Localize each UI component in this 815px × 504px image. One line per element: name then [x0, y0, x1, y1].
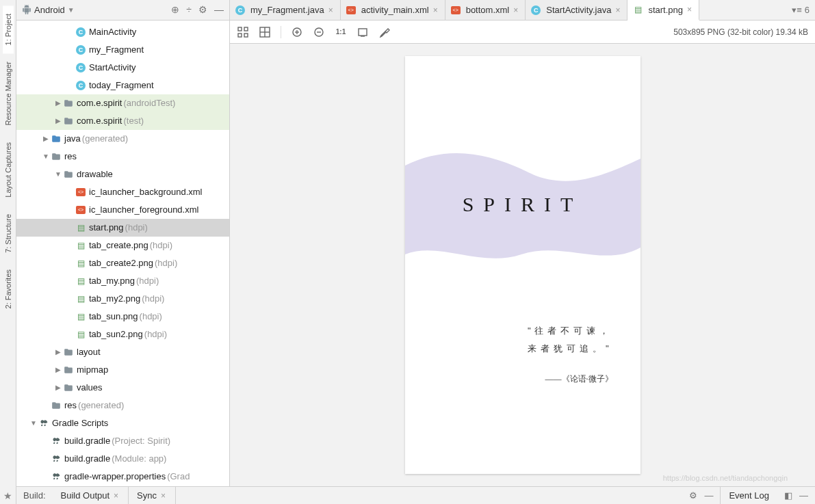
tree-item-label: values — [77, 382, 103, 393]
close-icon[interactable]: × — [112, 491, 120, 501]
status-indicator-icon[interactable]: ◧ — [784, 490, 792, 501]
close-icon[interactable]: × — [512, 5, 519, 15]
tree-row[interactable]: Cmy_Fragment — [16, 41, 229, 59]
rail-project[interactable]: 1: Project — [3, 5, 14, 53]
tree-item-hint: (hdpi) — [136, 276, 159, 286]
close-icon[interactable]: × — [327, 5, 335, 15]
watermark: https://blog.csdn.net/tiandapchongqin — [663, 474, 788, 482]
tree-item-hint: (hdpi) — [150, 240, 172, 250]
project-view-selector[interactable]: Android ▼ — [22, 5, 75, 15]
tree-row[interactable]: ▼Gradle Scripts — [16, 414, 229, 432]
tree-row[interactable]: <>ic_launcher_background.xml — [16, 183, 229, 201]
select-opened-file-icon[interactable]: ⊕ — [171, 4, 179, 15]
settings-gear-icon[interactable]: ⚙ — [198, 4, 207, 15]
tree-row[interactable]: res (generated) — [16, 397, 229, 414]
status-tab-sync[interactable]: Sync× — [129, 487, 176, 504]
rail-layout-captures[interactable]: Layout Captures — [3, 134, 14, 206]
tree-row[interactable]: ▼drawable — [16, 165, 229, 183]
bookmark-icon[interactable]: ★ — [3, 488, 12, 504]
svg-rect-1 — [244, 27, 248, 31]
tree-row[interactable]: gradle-wrapper.properties (Grad — [16, 468, 229, 486]
hide-panel-icon[interactable]: — — [214, 4, 224, 15]
editor-tab[interactable]: <>activity_main.xml× — [341, 0, 445, 20]
tree-row[interactable]: ▶java (generated) — [16, 130, 229, 148]
status-bar: Build: Build Output× Sync× ⚙ — Event Log… — [16, 486, 815, 504]
status-event-log[interactable]: Event Log — [721, 487, 777, 504]
tree-item-hint: (hdpi) — [142, 293, 164, 304]
editor-tab[interactable]: <>bottom.xml× — [445, 0, 526, 20]
rail-favorites[interactable]: 2: Favorites — [3, 261, 14, 317]
image-info-text: 503x895 PNG (32-bit color) 19.34 kB — [673, 27, 808, 37]
rail-resource-manager[interactable]: Resource Manager — [3, 53, 14, 134]
tree-item-hint: (Project: Spirit) — [112, 436, 170, 446]
editor-tab[interactable]: ▤start.png× — [628, 0, 699, 21]
close-icon[interactable]: × — [614, 5, 621, 15]
tree-row[interactable]: ▶com.e.spirit (androidTest) — [16, 94, 229, 112]
tree-row[interactable]: ▤tab_create.png (hdpi) — [16, 237, 229, 254]
tabs-overflow[interactable]: ▾≡ 6 — [786, 0, 815, 20]
expand-icon[interactable]: ▼ — [29, 419, 38, 427]
tree-item-hint: (hdpi) — [125, 222, 148, 233]
tree-item-label: java — [64, 133, 81, 144]
fit-zoom-icon[interactable] — [357, 26, 369, 38]
tree-row[interactable]: ▼res — [16, 148, 229, 165]
zoom-out-icon[interactable] — [313, 26, 325, 38]
tree-item-hint: (androidTest) — [123, 98, 175, 108]
tree-row[interactable]: ▶layout — [16, 343, 229, 361]
expand-icon[interactable]: ▶ — [53, 366, 63, 373]
tree-item-hint: (generated) — [78, 400, 124, 410]
image-canvas[interactable]: SPIRIT "往者不可谏， 来者犹可追。" ——《论语·微子》 https:/… — [230, 44, 815, 486]
expand-icon[interactable]: ▶ — [53, 348, 63, 356]
zoom-in-icon[interactable] — [291, 26, 303, 38]
collapse-all-icon[interactable]: ÷ — [186, 4, 192, 15]
tree-row[interactable]: ▤start.png (hdpi) — [16, 219, 229, 237]
tree-item-hint: (Module: app) — [112, 453, 166, 464]
rail-structure[interactable]: 7: Structure — [3, 206, 14, 261]
project-view-name: Android — [34, 5, 65, 15]
build-settings-icon[interactable]: ⚙ — [689, 490, 697, 501]
tree-row[interactable]: ▤tab_sun2.png (hdpi) — [16, 326, 229, 343]
status-menu-icon[interactable]: — — [799, 490, 808, 501]
tree-row[interactable]: CStartActivity — [16, 59, 229, 77]
close-icon[interactable]: × — [686, 5, 693, 14]
expand-icon[interactable]: ▶ — [41, 135, 51, 142]
tree-item-label: ic_launcher_foreground.xml — [89, 204, 198, 215]
tree-row[interactable]: <>ic_launcher_foreground.xml — [16, 201, 229, 219]
close-icon[interactable]: × — [432, 5, 439, 15]
preview-quote: "往者不可谏， 来者犹可追。" — [405, 322, 613, 358]
close-icon[interactable]: × — [159, 491, 167, 501]
expand-icon[interactable]: ▼ — [41, 152, 51, 160]
select-tool-icon[interactable] — [237, 26, 249, 38]
tree-row[interactable]: ▶values — [16, 379, 229, 397]
tree-row[interactable]: ▤tab_create2.png (hdpi) — [16, 254, 229, 272]
tree-row[interactable]: Ctoday_Fragment — [16, 77, 229, 94]
tree-item-hint: (hdpi) — [155, 258, 177, 268]
build-hide-icon[interactable]: — — [704, 490, 713, 501]
zoom-actual-icon[interactable]: 1:1 — [335, 26, 347, 38]
status-tab-build-output[interactable]: Build Output× — [53, 487, 129, 504]
tree-item-label: tab_create2.png — [89, 258, 153, 268]
editor-tab[interactable]: CStartActivity.java× — [526, 0, 628, 20]
tree-item-label: MainActivity — [89, 27, 136, 37]
color-picker-icon[interactable] — [378, 26, 391, 38]
tree-item-label: tab_sun2.png — [89, 329, 143, 339]
content-row: Android ▼ ⊕ ÷ ⚙ — CMainActivityCmy_Fragm… — [16, 0, 815, 486]
tree-item-label: tab_my.png — [89, 276, 135, 286]
expand-icon[interactable]: ▶ — [53, 117, 63, 124]
svg-rect-0 — [238, 27, 242, 31]
tree-row[interactable]: build.gradle (Module: app) — [16, 450, 229, 468]
tree-row[interactable]: ▤tab_my.png (hdpi) — [16, 272, 229, 290]
tree-row[interactable]: ▤tab_my2.png (hdpi) — [16, 290, 229, 308]
editor-tab[interactable]: Cmy_Fragment.java× — [230, 0, 341, 20]
tree-row[interactable]: CMainActivity — [16, 23, 229, 41]
tree-item-label: layout — [77, 347, 101, 357]
tree-row[interactable]: build.gradle (Project: Spirit) — [16, 432, 229, 450]
expand-icon[interactable]: ▶ — [53, 384, 63, 391]
project-tree[interactable]: CMainActivityCmy_FragmentCStartActivityC… — [16, 21, 230, 486]
tree-row[interactable]: ▶com.e.spirit (test) — [16, 112, 229, 130]
expand-icon[interactable]: ▶ — [53, 99, 63, 107]
tree-row[interactable]: ▶mipmap — [16, 361, 229, 379]
tree-row[interactable]: ▤tab_sun.png (hdpi) — [16, 308, 229, 326]
grid-tool-icon[interactable] — [259, 26, 271, 38]
expand-icon[interactable]: ▼ — [53, 170, 63, 178]
